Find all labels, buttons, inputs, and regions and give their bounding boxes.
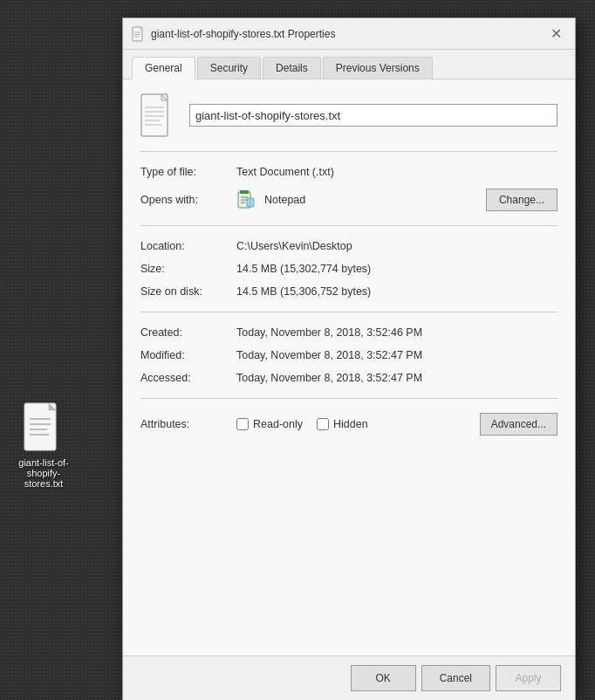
svg-rect-20: [240, 190, 249, 194]
file-icon-large: [140, 93, 175, 137]
separator-4: [140, 398, 557, 399]
size-disk-label: Size on disk:: [140, 285, 236, 298]
tab-previous-versions[interactable]: Previous Versions: [323, 57, 433, 79]
separator-3: [140, 312, 557, 312]
close-button[interactable]: ✕: [545, 24, 566, 45]
accessed-label: Accessed:: [140, 372, 236, 384]
separator-2: [140, 225, 557, 226]
created-value: Today, November 8, 2018, 3:52:46 PM: [236, 326, 557, 339]
properties-dialog: giant-list-of-shopify-stores.txt Propert…: [122, 17, 576, 700]
size-disk-value: 14.5 MB (15,306,752 bytes): [236, 285, 557, 298]
readonly-label: Read-only: [253, 418, 303, 430]
readonly-check-label[interactable]: Read-only: [236, 418, 303, 430]
separator-1: [140, 151, 557, 152]
location-value: C:\Users\Kevin\Desktop: [236, 240, 557, 252]
type-row: Type of file: Text Document (.txt): [140, 161, 557, 183]
hidden-checkbox[interactable]: [317, 418, 329, 430]
created-label: Created:: [140, 326, 236, 339]
notepad-area: Notepad: [236, 189, 486, 210]
desktop-icon-label: giant-list-of-shopify-stores.txt: [9, 457, 79, 489]
size-label: Size:: [140, 263, 236, 275]
attributes-label: Attributes:: [140, 418, 236, 430]
file-icon-img: [23, 401, 65, 454]
size-value: 14.5 MB (15,302,774 bytes): [236, 263, 557, 275]
type-value: Text Document (.txt): [236, 166, 557, 178]
size-on-disk-row: Size on disk: 14.5 MB (15,306,752 bytes): [140, 280, 557, 303]
accessed-row: Accessed: Today, November 8, 2018, 3:52:…: [140, 367, 557, 389]
modified-label: Modified:: [140, 349, 236, 361]
location-label: Location:: [140, 240, 236, 252]
tab-general[interactable]: General: [132, 57, 195, 79]
attributes-row: Attributes: Read-only Hidden Advanced...: [140, 408, 557, 441]
title-left: giant-list-of-shopify-stores.txt Propert…: [132, 26, 335, 42]
svg-rect-24: [247, 198, 254, 207]
dialog-titlebar: giant-list-of-shopify-stores.txt Propert…: [123, 18, 575, 50]
hidden-label: Hidden: [333, 418, 368, 430]
notepad-icon: [236, 189, 257, 210]
cancel-button[interactable]: Cancel: [421, 665, 490, 691]
readonly-checkbox[interactable]: [236, 418, 249, 430]
tab-details[interactable]: Details: [263, 57, 321, 79]
tabs-bar: General Security Details Previous Versio…: [123, 50, 575, 79]
modified-row: Modified: Today, November 8, 2018, 3:52:…: [140, 344, 557, 367]
type-label: Type of file:: [140, 166, 236, 178]
change-button[interactable]: Change...: [486, 189, 557, 211]
opens-label: Opens with:: [140, 194, 236, 206]
desktop-file-icon[interactable]: giant-list-of-shopify-stores.txt: [9, 401, 79, 489]
tab-security[interactable]: Security: [197, 57, 261, 79]
opens-with-row: Opens with: Notepad Change...: [140, 183, 557, 216]
opens-app-name: Notepad: [264, 194, 305, 206]
advanced-button[interactable]: Advanced...: [480, 413, 557, 436]
title-file-icon: [132, 26, 146, 42]
hidden-check-label[interactable]: Hidden: [317, 418, 368, 430]
modified-value: Today, November 8, 2018, 3:52:47 PM: [236, 349, 557, 361]
ok-button[interactable]: OK: [351, 665, 416, 691]
checkboxes-area: Read-only Hidden: [236, 418, 480, 430]
created-row: Created: Today, November 8, 2018, 3:52:4…: [140, 321, 557, 344]
dialog-body: Type of file: Text Document (.txt) Opens…: [123, 79, 575, 655]
accessed-value: Today, November 8, 2018, 3:52:47 PM: [236, 372, 557, 384]
location-row: Location: C:\Users\Kevin\Desktop: [140, 235, 557, 257]
size-row: Size: 14.5 MB (15,302,774 bytes): [140, 257, 557, 280]
dialog-title-text: giant-list-of-shopify-stores.txt Propert…: [151, 28, 335, 40]
filename-input[interactable]: [189, 104, 557, 127]
apply-button[interactable]: Apply: [496, 665, 561, 691]
dialog-footer: OK Cancel Apply: [123, 655, 575, 700]
file-header: [140, 93, 557, 137]
